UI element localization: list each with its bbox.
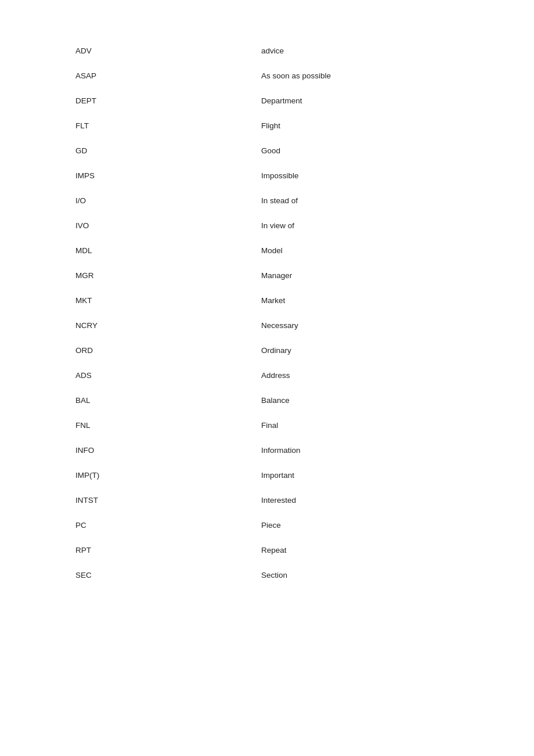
- abbreviation-list: ADVadviceASAPAs soon as possibleDEPTDepa…: [75, 46, 459, 579]
- list-item: DEPTDepartment: [75, 96, 459, 105]
- abbreviation-code: GD: [75, 146, 261, 155]
- list-item: SECSection: [75, 571, 459, 579]
- abbreviation-meaning: Impossible: [261, 171, 299, 180]
- abbreviation-code: ASAP: [75, 71, 261, 80]
- abbreviation-code: IVO: [75, 221, 261, 230]
- abbreviation-code: RPT: [75, 546, 261, 555]
- abbreviation-code: DEPT: [75, 96, 261, 105]
- abbreviation-meaning: In view of: [261, 221, 294, 230]
- abbreviation-code: FLT: [75, 121, 261, 130]
- abbreviation-meaning: In stead of: [261, 196, 298, 205]
- list-item: I/OIn stead of: [75, 196, 459, 205]
- abbreviation-code: MKT: [75, 296, 261, 305]
- list-item: NCRYNecessary: [75, 321, 459, 330]
- abbreviation-meaning: Manager: [261, 271, 292, 280]
- abbreviation-code: I/O: [75, 196, 261, 205]
- abbreviation-code: IMPS: [75, 171, 261, 180]
- abbreviation-meaning: Department: [261, 96, 302, 105]
- abbreviation-meaning: Information: [261, 446, 301, 455]
- abbreviation-code: MGR: [75, 271, 261, 280]
- abbreviation-code: ADV: [75, 46, 261, 55]
- abbreviation-meaning: Ordinary: [261, 346, 291, 355]
- main-container: ADVadviceASAPAs soon as possibleDEPTDepa…: [0, 0, 534, 642]
- list-item: ASAPAs soon as possible: [75, 71, 459, 80]
- abbreviation-code: INTST: [75, 496, 261, 505]
- abbreviation-code: BAL: [75, 396, 261, 405]
- list-item: ORDOrdinary: [75, 346, 459, 355]
- list-item: ADSAddress: [75, 371, 459, 380]
- abbreviation-code: PC: [75, 521, 261, 530]
- abbreviation-meaning: Necessary: [261, 321, 298, 330]
- abbreviation-meaning: Good: [261, 146, 280, 155]
- abbreviation-code: FNL: [75, 421, 261, 430]
- abbreviation-code: INFO: [75, 446, 261, 455]
- list-item: INFOInformation: [75, 446, 459, 455]
- abbreviation-meaning: Model: [261, 246, 283, 255]
- abbreviation-code: SEC: [75, 571, 261, 579]
- list-item: MKTMarket: [75, 296, 459, 305]
- list-item: MGRManager: [75, 271, 459, 280]
- abbreviation-code: MDL: [75, 246, 261, 255]
- list-item: GDGood: [75, 146, 459, 155]
- list-item: PCPiece: [75, 521, 459, 530]
- list-item: MDLModel: [75, 246, 459, 255]
- abbreviation-meaning: Address: [261, 371, 290, 380]
- list-item: IMPSImpossible: [75, 171, 459, 180]
- abbreviation-meaning: Repeat: [261, 546, 287, 555]
- abbreviation-code: ADS: [75, 371, 261, 380]
- abbreviation-meaning: Important: [261, 471, 294, 480]
- abbreviation-code: NCRY: [75, 321, 261, 330]
- abbreviation-code: IMP(T): [75, 471, 261, 480]
- list-item: IMP(T)Important: [75, 471, 459, 480]
- abbreviation-code: ORD: [75, 346, 261, 355]
- abbreviation-meaning: Piece: [261, 521, 281, 530]
- list-item: FLTFlight: [75, 121, 459, 130]
- list-item: ADVadvice: [75, 46, 459, 55]
- list-item: FNLFinal: [75, 421, 459, 430]
- abbreviation-meaning: Interested: [261, 496, 296, 505]
- list-item: RPTRepeat: [75, 546, 459, 555]
- abbreviation-meaning: Balance: [261, 396, 290, 405]
- abbreviation-meaning: Market: [261, 296, 285, 305]
- list-item: INTSTInterested: [75, 496, 459, 505]
- abbreviation-meaning: Final: [261, 421, 278, 430]
- list-item: BALBalance: [75, 396, 459, 405]
- abbreviation-meaning: Section: [261, 571, 287, 579]
- abbreviation-meaning: As soon as possible: [261, 71, 331, 80]
- list-item: IVOIn view of: [75, 221, 459, 230]
- abbreviation-meaning: Flight: [261, 121, 280, 130]
- abbreviation-meaning: advice: [261, 46, 284, 55]
